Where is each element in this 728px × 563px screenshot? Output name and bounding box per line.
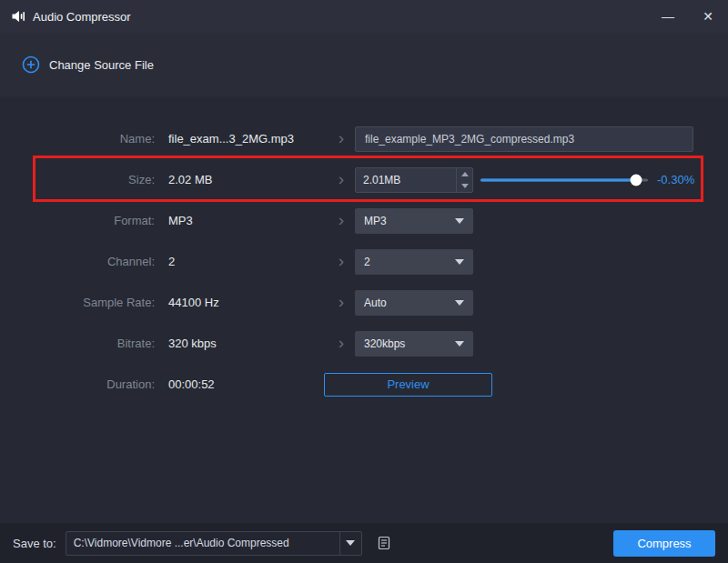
minimize-button[interactable]: —	[648, 0, 688, 33]
chevron-down-icon	[346, 540, 355, 546]
close-button[interactable]: ✕	[688, 0, 728, 33]
chevron-right-icon: ›	[339, 129, 344, 148]
window-title: Audio Compressor	[33, 10, 131, 24]
sample-rate-dropdown[interactable]: Auto	[355, 290, 473, 316]
target-size-spinner	[355, 167, 473, 193]
duration-label: Duration:	[18, 377, 155, 391]
bitrate-selected-value: 320kbps	[364, 337, 405, 350]
channel-source-value: 2	[155, 255, 328, 268]
change-source-label: Change Source File	[49, 58, 154, 72]
size-slider-handle[interactable]	[631, 174, 642, 186]
format-control: MP3	[355, 208, 710, 234]
channel-selected-value: 2	[364, 256, 370, 268]
name-control	[355, 126, 710, 152]
bitrate-control: 320kbps	[355, 331, 710, 357]
sample-rate-control: Auto	[355, 290, 710, 316]
content-spacer	[0, 405, 728, 523]
close-icon: ✕	[703, 9, 713, 24]
save-path-dropdown-button[interactable]	[339, 532, 361, 555]
duration-row: Duration: 00:00:52 Preview	[0, 364, 728, 405]
folder-browse-icon	[376, 535, 392, 551]
chevron-down-icon	[455, 341, 464, 347]
bitrate-source-value: 320 kbps	[155, 337, 328, 350]
footer-bar: Save to: Compress	[0, 523, 728, 563]
name-row: Name: file_exam...3_2MG.mp3 ›	[0, 118, 728, 159]
chevron-right-icon: ›	[339, 170, 344, 189]
chevron-right-icon: ›	[339, 293, 344, 312]
change-source-file-button[interactable]: Change Source File	[22, 55, 154, 74]
triangle-down-icon	[461, 184, 469, 188]
save-path-input[interactable]	[66, 537, 339, 549]
sample-rate-selected-value: Auto	[364, 297, 387, 309]
parameters-panel: Name: file_exam...3_2MG.mp3 › Size: 2.02…	[0, 118, 728, 405]
window-controls: — ✕	[648, 0, 728, 33]
output-name-input[interactable]	[355, 126, 693, 152]
audio-compressor-window: Audio Compressor — ✕ Change Source File	[0, 0, 728, 563]
preview-button[interactable]: Preview	[324, 373, 492, 397]
size-control: -0.30%	[355, 167, 710, 193]
size-slider[interactable]	[480, 174, 648, 186]
spin-down-button[interactable]	[457, 180, 472, 192]
compress-button[interactable]: Compress	[613, 530, 715, 557]
channel-row: Channel: 2 › 2	[0, 241, 728, 282]
size-source-value: 2.02 MB	[155, 173, 328, 186]
name-label: Name:	[18, 132, 155, 146]
toolbar: Change Source File	[0, 33, 728, 96]
sample-rate-label: Sample Rate:	[18, 296, 155, 309]
name-source-value: file_exam...3_2MG.mp3	[155, 132, 328, 146]
chevron-right-icon: ›	[339, 334, 344, 353]
bitrate-dropdown[interactable]: 320kbps	[355, 331, 473, 357]
size-slider-fill	[480, 178, 636, 181]
bitrate-label: Bitrate:	[18, 337, 155, 350]
chevron-down-icon	[455, 218, 464, 224]
duration-source-value: 00:00:52	[155, 377, 328, 391]
save-path-field	[66, 531, 362, 556]
chevron-right-icon: ›	[339, 252, 344, 271]
triangle-up-icon	[461, 172, 469, 176]
format-label: Format:	[18, 214, 155, 227]
size-change-percent: -0.30%	[657, 173, 694, 186]
bitrate-row: Bitrate: 320 kbps › 320kbps	[0, 323, 728, 364]
spinner-buttons	[456, 168, 472, 192]
channel-control: 2	[355, 249, 710, 275]
title-bar: Audio Compressor — ✕	[0, 0, 728, 33]
channel-dropdown[interactable]: 2	[355, 249, 473, 275]
speaker-icon	[11, 9, 25, 24]
spin-up-button[interactable]	[457, 168, 472, 180]
channel-label: Channel:	[18, 255, 155, 268]
title-area: Audio Compressor	[11, 9, 131, 24]
format-row: Format: MP3 › MP3	[0, 200, 728, 241]
size-row: Size: 2.02 MB › -0.30%	[0, 159, 728, 200]
save-to-label: Save to:	[13, 537, 56, 550]
format-dropdown[interactable]: MP3	[355, 208, 473, 234]
sample-rate-source-value: 44100 Hz	[155, 296, 328, 309]
sample-rate-row: Sample Rate: 44100 Hz › Auto	[0, 282, 728, 323]
chevron-down-icon	[455, 259, 464, 265]
format-source-value: MP3	[155, 214, 328, 227]
target-size-input[interactable]	[356, 168, 456, 192]
format-selected-value: MP3	[364, 215, 387, 227]
size-label: Size:	[18, 173, 155, 186]
plus-circle-icon	[22, 55, 40, 74]
chevron-down-icon	[455, 300, 464, 306]
chevron-right-icon: ›	[339, 211, 344, 230]
minimize-icon: —	[662, 9, 674, 24]
browse-folder-button[interactable]	[371, 532, 397, 554]
